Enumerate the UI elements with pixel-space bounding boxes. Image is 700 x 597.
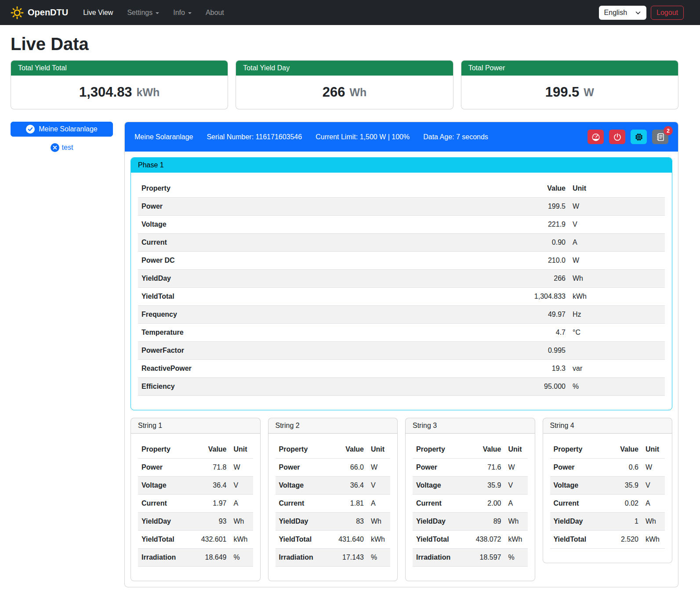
string-title: String 3	[406, 418, 535, 434]
events-count-badge: 2	[664, 126, 673, 135]
property-cell: YieldTotal	[550, 531, 601, 549]
unit-cell: kWh	[230, 531, 253, 549]
column-header-unit: Unit	[569, 180, 665, 198]
table-row: Irradiation 17.143 %	[276, 549, 391, 567]
value-cell: 71.6	[463, 459, 505, 477]
unit-cell: var	[569, 360, 665, 378]
value-cell: 93	[189, 513, 230, 531]
inverter-card: Meine Solaranlage Serial Number: 1161716…	[124, 122, 678, 587]
sidebar-item-test[interactable]: test	[11, 143, 113, 152]
summary-card-title: Total Power	[461, 61, 678, 76]
nav-item-settings[interactable]: Settings	[120, 5, 166, 20]
table-row: Power 199.5 W	[138, 198, 665, 216]
summary-card-total-yield-total: Total Yield Total 1,304.83 kWh	[11, 60, 228, 109]
value-cell: 0.995	[508, 342, 569, 360]
table-row: YieldTotal 431.640 kWh	[276, 531, 391, 549]
value-cell: 66.0	[326, 459, 367, 477]
table-row: Current 0.90 A	[138, 234, 665, 252]
power-settings-button[interactable]	[609, 130, 625, 144]
summary-card-total-power: Total Power 199.5 W	[461, 60, 678, 109]
language-select[interactable]: English	[599, 6, 646, 20]
nav-item-info[interactable]: Info	[166, 5, 199, 20]
value-cell: 36.4	[189, 477, 230, 495]
value-cell: 221.9	[508, 216, 569, 234]
value-cell: 1	[600, 513, 642, 531]
current-limit: Current Limit: 1,500 W | 100%	[316, 133, 410, 141]
value-cell: 266	[508, 270, 569, 288]
table-row: YieldTotal 2.520 kWh	[550, 531, 665, 549]
property-cell: Voltage	[550, 477, 601, 495]
table-row: Current 2.00 A	[413, 495, 528, 513]
property-cell: Current	[276, 495, 326, 513]
page-title: Live Data	[11, 34, 678, 54]
property-cell: Current	[138, 234, 508, 252]
table-row: Current 0.02 A	[550, 495, 665, 513]
unit-cell: V	[505, 477, 528, 495]
phase-panel: Phase 1 Property Value Unit	[131, 157, 672, 410]
unit-cell: kWh	[569, 288, 665, 306]
table-row: Voltage 36.4 V	[138, 477, 253, 495]
summary-card-title: Total Yield Total	[11, 61, 228, 76]
property-cell: YieldTotal	[138, 288, 508, 306]
event-log-button[interactable]: 2	[652, 130, 668, 144]
chevron-down-icon	[635, 10, 641, 16]
unit-cell: A	[569, 234, 665, 252]
string-card-1: String 1 Property Value Unit	[131, 418, 261, 581]
property-cell: YieldTotal	[413, 531, 463, 549]
unit-cell: W	[569, 252, 665, 270]
device-info-button[interactable]	[631, 130, 647, 144]
unit-cell: V	[642, 477, 665, 495]
value-cell: 210.0	[508, 252, 569, 270]
property-cell: Irradiation	[413, 549, 463, 567]
unit-cell: %	[230, 549, 253, 567]
summary-card-unit: Wh	[349, 86, 366, 99]
value-cell: 18.649	[189, 549, 230, 567]
table-row: Power 71.6 W	[413, 459, 528, 477]
summary-card-unit: W	[584, 86, 594, 99]
brand[interactable]: OpenDTU	[11, 6, 68, 19]
nav-item-live-view[interactable]: Live View	[76, 5, 120, 20]
property-cell: Irradiation	[138, 549, 189, 567]
property-cell: Power	[276, 459, 326, 477]
table-row: Voltage 35.9 V	[413, 477, 528, 495]
table-row: Efficiency 95.000 %	[138, 378, 665, 396]
value-cell: 1.81	[326, 495, 367, 513]
caret-down-icon	[188, 12, 192, 14]
property-cell: YieldDay	[550, 513, 601, 531]
unit-cell: W	[642, 459, 665, 477]
property-cell: Efficiency	[138, 378, 508, 396]
string-title: String 1	[131, 418, 260, 434]
language-value: English	[604, 9, 627, 17]
table-row: Irradiation 18.649 %	[138, 549, 253, 567]
column-header-value: Value	[463, 441, 505, 459]
value-cell: 35.9	[600, 477, 642, 495]
table-row: YieldDay 89 Wh	[413, 513, 528, 531]
column-header-property: Property	[276, 441, 326, 459]
property-cell: YieldTotal	[276, 531, 326, 549]
caret-down-icon	[156, 12, 159, 14]
property-cell: Temperature	[138, 324, 508, 342]
value-cell: 95.000	[508, 378, 569, 396]
table-row: Voltage 221.9 V	[138, 216, 665, 234]
string-table: Property Value Unit Power	[276, 441, 391, 567]
logout-button[interactable]: Logout	[651, 6, 684, 20]
value-cell: 438.072	[463, 531, 505, 549]
unit-cell: A	[367, 495, 390, 513]
table-row: Power 0.6 W	[550, 459, 665, 477]
summary-card-total-yield-day: Total Yield Day 266 Wh	[236, 60, 453, 109]
navbar-right: English Logout	[599, 6, 684, 20]
nav-item-about[interactable]: About	[199, 5, 231, 20]
value-cell: 0.02	[600, 495, 642, 513]
column-header-unit: Unit	[230, 441, 253, 459]
unit-cell: %	[505, 549, 528, 567]
speedometer-icon	[591, 133, 600, 141]
limit-settings-button[interactable]	[588, 130, 604, 144]
unit-cell: A	[230, 495, 253, 513]
sidebar-item-meine-solaranlage[interactable]: Meine Solaranlage	[11, 122, 113, 137]
column-header-value: Value	[600, 441, 642, 459]
unit-cell: °C	[569, 324, 665, 342]
column-header-value: Value	[189, 441, 230, 459]
table-row: Power 71.8 W	[138, 459, 253, 477]
nav-links: Live View Settings Info About	[76, 5, 231, 20]
summary-card-value: 266	[323, 84, 345, 100]
